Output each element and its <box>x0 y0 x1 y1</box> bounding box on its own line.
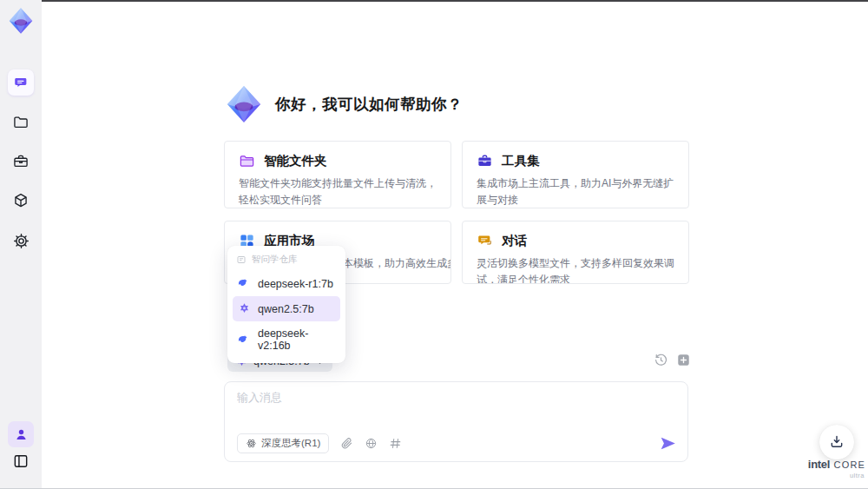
send-icon[interactable] <box>659 434 677 453</box>
card-smart-folder[interactable]: 智能文件夹 智能文件夹功能支持批量文件上传与清洗，轻松实现文件问答 <box>224 141 451 208</box>
intel-wordmark: intel <box>808 458 830 471</box>
sidebar-collapse-button[interactable] <box>8 448 34 474</box>
dialogue-icon <box>477 233 493 249</box>
conversation-actions <box>654 353 691 367</box>
greeting-title: 你好，我可以如何帮助你？ <box>275 94 463 115</box>
model-option-label: deepseek-v2:16b <box>258 327 335 352</box>
model-option-label: deepseek-r1:7b <box>258 278 333 290</box>
intel-core-badge: intel core ultra <box>806 457 868 479</box>
chat-icon <box>13 75 30 91</box>
sidebar-item-account[interactable] <box>8 421 34 447</box>
new-chat-icon[interactable] <box>676 353 691 367</box>
download-icon <box>828 433 845 451</box>
deepseek-icon <box>238 334 251 347</box>
message-input[interactable] <box>237 390 671 426</box>
user-icon <box>13 426 30 443</box>
toolbox-icon <box>12 153 30 170</box>
card-description: 智能文件夹功能支持批量文件上传与清洗，轻松实现文件问答 <box>239 175 437 208</box>
card-description: 集成市场上主流工具，助力AI与外界无缝扩展与对接 <box>477 175 674 208</box>
attachment-icon[interactable] <box>340 437 353 450</box>
gem-logo-icon <box>224 84 264 124</box>
app-logo[interactable] <box>7 7 35 35</box>
qwen-icon <box>238 302 251 315</box>
repo-icon <box>236 254 247 265</box>
series-label: ultra <box>806 472 868 479</box>
settings-gear-icon <box>12 232 30 250</box>
sidebar-item-tools[interactable] <box>8 149 34 175</box>
deep-think-label: 深度思考(R1) <box>261 437 320 450</box>
card-toolset[interactable]: 工具集 集成市场上主流工具，助力AI与外界无缝扩展与对接 <box>462 141 689 208</box>
sidebar-item-settings[interactable] <box>8 228 34 254</box>
history-icon[interactable] <box>654 353 668 367</box>
cube-icon <box>12 192 30 209</box>
smart-folder-icon <box>239 153 255 169</box>
main-content: 你好，我可以如何帮助你？ 智能文件夹 智能文件夹功能支持批量文件上传与清洗，轻松… <box>42 0 868 488</box>
sidebar <box>0 0 42 488</box>
card-title: 对话 <box>502 233 527 249</box>
panel-icon <box>12 453 30 470</box>
card-dialogue[interactable]: 对话 灵活切换多模型文件，支持多样回复效果调试，满足个性化需求 <box>462 221 689 284</box>
sidebar-item-chat[interactable] <box>8 69 34 96</box>
deep-think-toggle[interactable]: 深度思考(R1) <box>237 433 329 453</box>
model-option-qwen[interactable]: qwen2.5:7b <box>233 296 340 321</box>
download-button[interactable] <box>819 425 854 459</box>
model-option-deepseek-r1[interactable]: deepseek-r1:7b <box>233 271 340 296</box>
model-dropdown-header-label: 智问学仓库 <box>252 254 298 266</box>
card-title: 工具集 <box>502 153 540 169</box>
message-composer: 深度思考(R1) <box>224 381 688 462</box>
globe-icon[interactable] <box>365 437 378 450</box>
model-dropdown: 智问学仓库 deepseek-r1:7b qwen2.5:7b deep <box>227 246 345 363</box>
composer-toolbar: 深度思考(R1) <box>237 433 677 453</box>
model-option-deepseek-v2[interactable]: deepseek-v2:16b <box>233 321 340 358</box>
core-wordmark: core <box>834 459 866 470</box>
folder-icon <box>12 114 30 131</box>
model-dropdown-header: 智问学仓库 <box>233 251 340 271</box>
card-description: 灵活切换多模型文件，支持多样回复效果调试，满足个性化需求 <box>477 255 674 284</box>
sidebar-item-models[interactable] <box>8 188 34 214</box>
card-title: 智能文件夹 <box>264 153 327 169</box>
sidebar-item-folders[interactable] <box>8 109 34 135</box>
toolbox-filled-icon <box>477 153 493 169</box>
deepseek-icon <box>238 277 251 290</box>
greeting: 你好，我可以如何帮助你？ <box>224 84 463 124</box>
model-option-label: qwen2.5:7b <box>258 303 314 315</box>
gem-logo-icon <box>7 7 35 35</box>
hash-icon[interactable] <box>389 437 402 450</box>
app-window: 你好，我可以如何帮助你？ 智能文件夹 智能文件夹功能支持批量文件上传与清洗，轻松… <box>0 0 868 489</box>
atom-icon <box>246 438 257 449</box>
